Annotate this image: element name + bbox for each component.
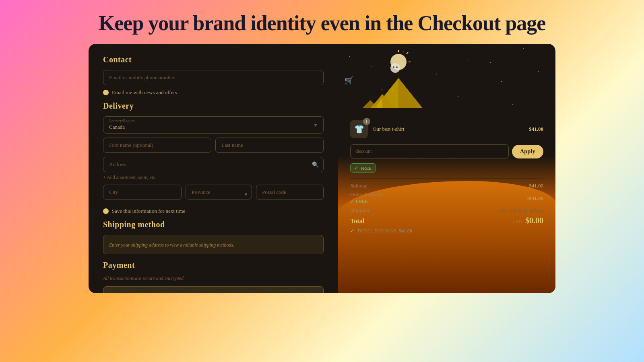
free-badge-check-icon: ✓	[355, 165, 358, 171]
checkout-container: Contact Email me with news and offers De…	[89, 44, 555, 293]
discount-value: -$41.00	[527, 195, 543, 202]
total-currency: CAD	[513, 219, 522, 224]
shipping-method-text: Enter your shipping address to view avai…	[109, 242, 234, 248]
savings-label: TOTAL SAVINGS	[357, 228, 396, 234]
cart-icon: 🛒	[345, 76, 353, 84]
product-emoji: 👕	[354, 124, 364, 134]
product-name: Our best t-shirt	[373, 126, 524, 132]
discount-row: Apply	[350, 144, 543, 158]
save-info-radio[interactable]	[103, 208, 109, 214]
contact-section: Contact Email me with news and offers	[103, 55, 324, 96]
order-summary: 👕 1 Our best t-shirt $41.00 Apply ✓ FREE	[350, 120, 543, 234]
page-title: Keep your brand identity even in the Che…	[99, 11, 545, 35]
shipping-title: Shipping method	[103, 220, 324, 229]
free-badge: ✓ FREE	[350, 163, 376, 173]
savings-amount: $41.00	[399, 228, 412, 234]
price-summary: Subtotal $41.00 Order discount ✓ FREE -$…	[350, 178, 543, 234]
total-row: Total CAD $0.00	[350, 216, 543, 225]
payment-section: Payment All transactions are secure and …	[103, 261, 324, 293]
city-row: Province Ontario Quebec British Columbia…	[103, 185, 324, 204]
star-10	[458, 96, 458, 97]
country-select[interactable]: Canada United States	[103, 116, 324, 134]
star-11	[512, 104, 513, 105]
address-wrapper: 🔍	[103, 157, 324, 172]
svg-marker-5	[398, 78, 423, 108]
payment-title: Payment	[103, 261, 324, 270]
subtotal-label: Subtotal	[350, 183, 367, 189]
discount-summary-row: Order discount ✓ FREE -$41.00	[350, 191, 543, 205]
province-select[interactable]: Province Ontario Quebec British Columbia	[186, 185, 252, 200]
product-row: 👕 1 Our best t-shirt $41.00	[350, 120, 543, 138]
add-suite-link[interactable]: + Add apartment, suite, etc.	[103, 175, 324, 181]
save-info-label: Save this information for next time	[112, 208, 185, 214]
shipping-value: Enter shipping address	[499, 208, 543, 214]
savings-icon: ✓	[350, 228, 355, 234]
product-image-wrapper: 👕 1	[350, 120, 368, 138]
star-8	[538, 71, 539, 72]
subtotal-value: $41.00	[529, 183, 543, 189]
country-label: Country/Region	[109, 119, 134, 123]
svg-point-10	[396, 96, 397, 97]
pyramid-illustration	[358, 50, 439, 116]
svg-line-2	[407, 52, 408, 54]
star-1	[349, 56, 350, 57]
free-tag-icon: ✓	[350, 199, 354, 205]
free-tag-text: FREE	[356, 199, 367, 205]
free-tag-inline: ✓ FREE	[350, 199, 382, 205]
total-value: $0.00	[525, 216, 543, 225]
address-input[interactable]	[103, 157, 324, 172]
email-news-label: Email me with news and offers	[112, 89, 177, 96]
province-wrapper: Province Ontario Quebec British Columbia…	[186, 185, 252, 204]
contact-title: Contact	[103, 55, 324, 64]
last-name-input[interactable]	[215, 138, 324, 153]
star-12	[490, 62, 491, 63]
svg-point-11	[390, 63, 400, 73]
subtotal-row: Subtotal $41.00	[350, 183, 543, 189]
name-row	[103, 138, 324, 153]
delivery-section: Delivery Country/Region Canada United St…	[103, 101, 324, 214]
svg-point-13	[396, 66, 398, 68]
first-name-input[interactable]	[103, 138, 211, 153]
star-6	[501, 81, 502, 82]
free-badge-label: FREE	[361, 166, 372, 171]
payment-box: Your order is free. No payment is requir…	[103, 286, 324, 293]
total-label: Total	[350, 218, 364, 225]
shipping-method-box: Enter your shipping address to view avai…	[103, 235, 324, 254]
email-news-radio[interactable]	[103, 90, 109, 95]
payment-security-note: All transactions are secure and encrypte…	[103, 276, 324, 282]
star-7	[523, 48, 524, 49]
discount-input[interactable]	[350, 144, 509, 158]
product-badge: 1	[363, 118, 370, 125]
discount-summary-label: Order discount	[350, 191, 382, 198]
shipping-row: Shipping Enter shipping address	[350, 207, 543, 214]
delivery-title: Delivery	[103, 101, 324, 111]
email-input[interactable]	[103, 70, 324, 85]
star-5	[469, 59, 469, 60]
save-info-row: Save this information for next time	[103, 208, 324, 214]
shipping-section: Shipping method Enter your shipping addr…	[103, 220, 324, 254]
savings-row: ✓ TOTAL SAVINGS $41.00	[350, 228, 543, 234]
postal-input[interactable]	[256, 185, 324, 200]
apply-button[interactable]: Apply	[512, 145, 543, 158]
product-price: $41.00	[529, 126, 543, 132]
left-panel: Contact Email me with news and offers De…	[89, 44, 338, 293]
svg-point-12	[393, 66, 394, 68]
country-wrapper: Country/Region Canada United States ▼	[103, 116, 324, 134]
cart-icon-area: 🛒	[345, 76, 353, 85]
svg-point-9	[392, 89, 393, 91]
email-news-row: Email me with news and offers	[103, 89, 324, 96]
right-panel: 🛒 👕 1 Our best t-shirt $41.00 Apply	[338, 44, 555, 293]
shipping-label: Shipping	[350, 207, 369, 214]
address-search-icon: 🔍	[312, 161, 319, 168]
city-input[interactable]	[103, 185, 182, 200]
